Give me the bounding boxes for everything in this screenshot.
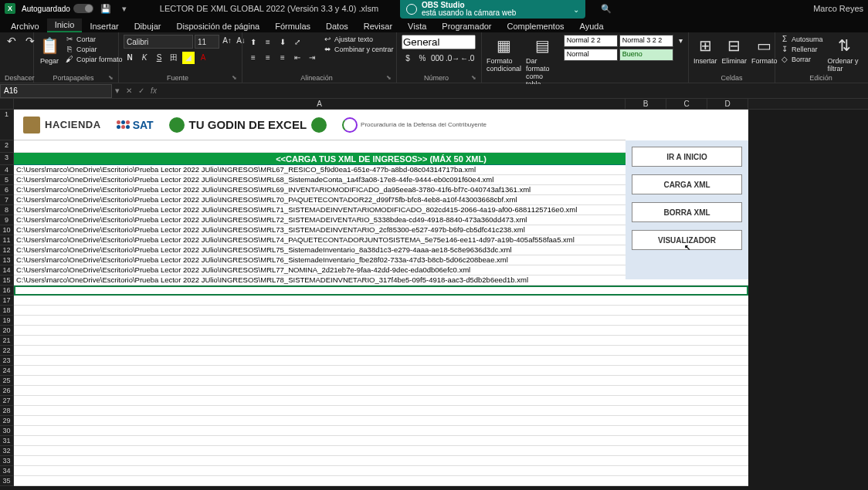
row-header[interactable]: 34: [0, 466, 14, 476]
row-header[interactable]: 15: [0, 275, 14, 286]
row-header[interactable]: 9: [0, 215, 14, 225]
number-format-select[interactable]: [402, 35, 476, 49]
menu-tab-programador[interactable]: Programador: [434, 20, 499, 32]
search-icon[interactable]: 🔍: [601, 4, 612, 14]
row-header[interactable]: 16: [0, 286, 14, 296]
font-name-select[interactable]: [124, 35, 193, 49]
row-header[interactable]: 7: [0, 195, 14, 205]
row-header[interactable]: 6: [0, 185, 14, 195]
empty-cell-row[interactable]: [14, 286, 748, 296]
row-header[interactable]: 3: [0, 153, 14, 165]
menu-tab-fórmulas[interactable]: Fórmulas: [267, 20, 318, 32]
col-header-a[interactable]: A: [14, 99, 626, 109]
row-header[interactable]: 23: [0, 356, 14, 366]
format-cells-button[interactable]: ▭Formato: [751, 35, 778, 65]
empty-cell-row[interactable]: [14, 376, 748, 386]
sort-filter-button[interactable]: ⇅Ordenar y filtrar: [828, 35, 862, 73]
menu-tab-dibujar[interactable]: Dibujar: [127, 20, 169, 32]
font-size-select[interactable]: [195, 35, 219, 49]
empty-cell-row[interactable]: [14, 346, 748, 356]
carga-xml-button[interactable]: CARGA XML: [632, 174, 742, 194]
row-header[interactable]: 14: [0, 265, 14, 275]
autosum-button[interactable]: ΣAutosuma: [780, 35, 823, 44]
percent-icon[interactable]: %: [416, 52, 429, 65]
namebox-dropdown-icon[interactable]: ▾: [112, 86, 123, 96]
menu-tab-inicio[interactable]: Inicio: [47, 19, 83, 32]
align-center[interactable]: ≡: [262, 52, 274, 64]
row-header[interactable]: 27: [0, 396, 14, 406]
dec-dec-icon[interactable]: ←.0: [460, 52, 473, 65]
empty-cell-row[interactable]: [14, 326, 748, 336]
increase-font-icon[interactable]: A↑: [221, 35, 233, 47]
row-header[interactable]: 17: [0, 296, 14, 306]
menu-tab-ayuda[interactable]: Ayuda: [572, 20, 612, 32]
copy-button[interactable]: ⎘Copiar: [65, 45, 123, 54]
fx-icon[interactable]: fx: [147, 86, 160, 95]
name-box[interactable]: [0, 84, 112, 98]
underline-button[interactable]: S: [153, 52, 165, 64]
menu-tab-insertar[interactable]: Insertar: [82, 20, 126, 32]
conditional-format-button[interactable]: ▦Formato condicional: [487, 35, 521, 73]
row-header[interactable]: 30: [0, 426, 14, 436]
formula-input[interactable]: [160, 84, 868, 98]
style-normal322[interactable]: Normal 3 2 2: [619, 35, 673, 47]
clear-button[interactable]: ◇Borrar: [780, 55, 823, 64]
row-header[interactable]: 1: [0, 110, 14, 140]
empty-cell-row[interactable]: [14, 446, 748, 456]
indent-dec[interactable]: ⇤: [291, 52, 303, 64]
col-header-b[interactable]: B: [626, 99, 666, 109]
row-header[interactable]: 13: [0, 255, 14, 265]
italic-button[interactable]: K: [138, 52, 151, 64]
visualizador-button[interactable]: VISUALIZADOR: [632, 230, 742, 250]
currency-icon[interactable]: $: [402, 52, 414, 65]
empty-cell-row[interactable]: [14, 396, 748, 406]
save-icon[interactable]: 💾: [100, 2, 112, 15]
empty-cell-row[interactable]: [14, 436, 748, 446]
row-header[interactable]: 21: [0, 336, 14, 346]
row-header[interactable]: 22: [0, 346, 14, 356]
row-header[interactable]: 2: [0, 140, 14, 153]
empty-cell-row[interactable]: [14, 356, 748, 366]
style-normal[interactable]: Normal: [564, 49, 618, 61]
format-table-button[interactable]: ▤Dar formato como tabla: [526, 35, 559, 88]
indent-inc[interactable]: ⇥: [306, 52, 318, 64]
undo-button[interactable]: ↶: [5, 35, 19, 49]
menu-tab-disposición-de-página[interactable]: Disposición de página: [169, 20, 268, 32]
format-painter-button[interactable]: 🖌Copiar formato: [65, 55, 123, 64]
dropdown-icon[interactable]: ▾: [118, 2, 131, 15]
align-bot[interactable]: ⬇: [276, 36, 289, 49]
select-all-corner[interactable]: [0, 99, 14, 109]
col-header-c[interactable]: C: [666, 99, 707, 109]
menu-tab-datos[interactable]: Datos: [318, 20, 356, 32]
row-header[interactable]: 8: [0, 205, 14, 215]
font-color-button[interactable]: A: [197, 52, 209, 64]
delete-cells-button[interactable]: ⊟Eliminar: [722, 35, 748, 65]
styles-more-icon[interactable]: ▾: [678, 35, 683, 47]
borra-xml-button[interactable]: BORRA XML: [632, 202, 742, 222]
border-button[interactable]: 田: [168, 52, 180, 64]
insert-cells-button[interactable]: ⊞Insertar: [693, 35, 717, 65]
menu-tab-revisar[interactable]: Revisar: [356, 20, 400, 32]
chevron-down-icon[interactable]: ⌄: [573, 5, 579, 14]
empty-cell-row[interactable]: [14, 306, 748, 316]
user-name[interactable]: Marco Reyes: [813, 4, 863, 13]
empty-cell-row[interactable]: [14, 386, 748, 396]
align-right[interactable]: ≡: [276, 52, 289, 64]
fill-color-button[interactable]: ◢: [182, 52, 195, 64]
row-header[interactable]: 18: [0, 306, 14, 316]
cell-styles-gallery[interactable]: Normal 2 2 Normal 3 2 2 Normal Bueno: [564, 35, 673, 61]
empty-cell-row[interactable]: [14, 426, 748, 436]
cancel-formula-icon[interactable]: ✕: [123, 86, 135, 95]
wrap-text-button[interactable]: ↩Ajustar texto: [323, 35, 394, 44]
merge-center-button[interactable]: ⬌Combinar y centrar: [323, 45, 394, 54]
menu-tab-archivo[interactable]: Archivo: [3, 20, 47, 32]
row-header[interactable]: 26: [0, 386, 14, 396]
bold-button[interactable]: N: [124, 52, 136, 64]
row-header[interactable]: 12: [0, 245, 14, 255]
row-header[interactable]: 20: [0, 326, 14, 336]
style-normal22[interactable]: Normal 2 2: [564, 35, 618, 47]
row-header[interactable]: 24: [0, 366, 14, 376]
dec-inc-icon[interactable]: .0→: [446, 52, 458, 65]
comma-icon[interactable]: 000: [431, 52, 443, 65]
row-header[interactable]: 31: [0, 436, 14, 446]
